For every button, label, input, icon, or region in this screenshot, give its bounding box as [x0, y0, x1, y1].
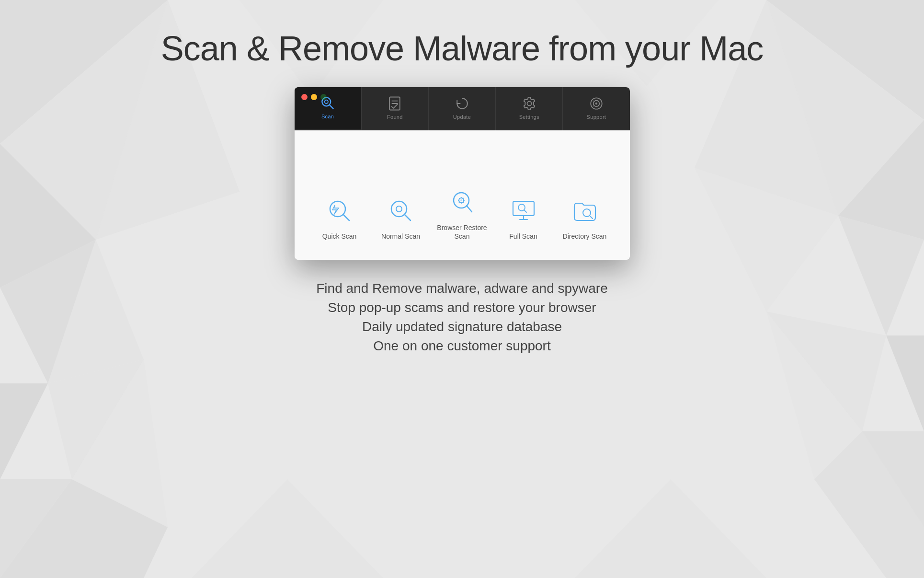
browser-restore-scan-icon — [447, 187, 478, 218]
svg-point-39 — [595, 103, 598, 105]
svg-line-59 — [524, 210, 526, 212]
tab-scan-label: Scan — [321, 114, 334, 119]
tab-support[interactable]: Support — [563, 87, 629, 130]
close-button[interactable] — [301, 94, 308, 100]
quick-scan-option[interactable]: Quick Scan — [313, 196, 366, 241]
feature-4: One on one customer support — [373, 338, 550, 354]
svg-point-47 — [460, 199, 462, 201]
app-content: Quick Scan Normal Scan — [295, 130, 630, 260]
directory-scan-option[interactable]: Directory Scan — [559, 196, 611, 241]
tab-found-label: Found — [387, 114, 403, 120]
svg-point-43 — [396, 206, 402, 212]
directory-scan-label: Directory Scan — [563, 232, 607, 241]
browser-restore-scan-option[interactable]: Browser Restore Scan — [436, 187, 489, 241]
tab-support-label: Support — [587, 114, 606, 120]
normal-scan-option[interactable]: Normal Scan — [375, 196, 427, 241]
page-headline: Scan & Remove Malware from your Mac — [161, 29, 763, 68]
svg-line-27 — [330, 105, 333, 109]
svg-line-41 — [343, 214, 349, 220]
app-window: Scan Found Update — [295, 87, 630, 260]
directory-scan-icon — [570, 196, 600, 226]
normal-scan-label: Normal Scan — [381, 232, 420, 241]
minimize-button[interactable] — [311, 94, 317, 100]
svg-line-63 — [590, 216, 593, 219]
quick-scan-icon — [324, 196, 355, 226]
svg-rect-57 — [513, 201, 534, 216]
quick-scan-label: Quick Scan — [322, 232, 357, 241]
svg-line-44 — [404, 214, 411, 220]
tab-update[interactable]: Update — [429, 87, 496, 130]
maximize-button[interactable] — [320, 94, 327, 100]
tab-found[interactable]: Found — [362, 87, 429, 130]
full-scan-label: Full Scan — [509, 232, 537, 241]
browser-restore-scan-label: Browser Restore Scan — [436, 223, 489, 241]
tab-settings-label: Settings — [519, 114, 539, 120]
toolbar: Scan Found Update — [295, 87, 630, 130]
tab-settings[interactable]: Settings — [496, 87, 563, 130]
feature-3: Daily updated signature database — [362, 319, 562, 335]
full-scan-icon — [508, 196, 539, 226]
svg-point-28 — [325, 100, 328, 104]
traffic-lights — [301, 94, 327, 100]
svg-point-32 — [527, 102, 531, 106]
feature-1: Find and Remove malware, adware and spyw… — [316, 281, 608, 296]
feature-2: Stop pop-up scams and restore your brows… — [328, 300, 596, 315]
tab-update-label: Update — [453, 114, 471, 120]
svg-line-56 — [467, 206, 472, 212]
feature-list: Find and Remove malware, adware and spyw… — [316, 281, 608, 354]
normal-scan-icon — [386, 196, 416, 226]
full-scan-option[interactable]: Full Scan — [497, 196, 550, 241]
